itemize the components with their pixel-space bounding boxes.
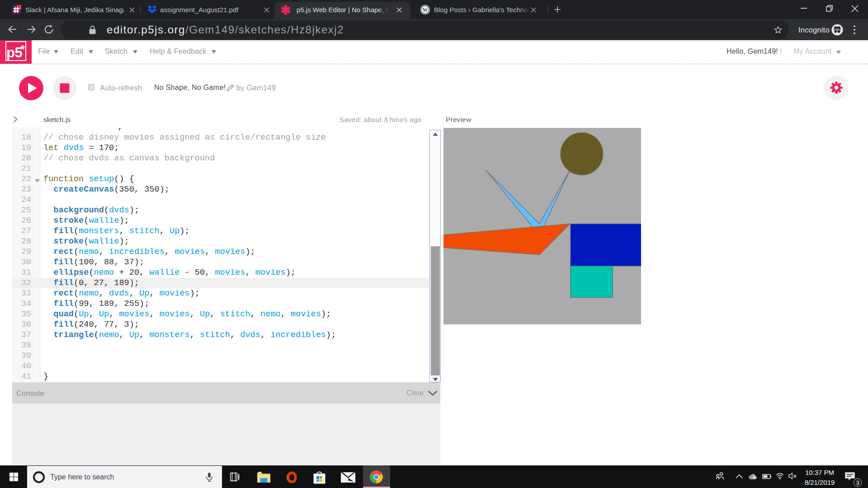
svg-text:W: W: [423, 7, 428, 13]
svg-text:3: 3: [856, 479, 859, 486]
